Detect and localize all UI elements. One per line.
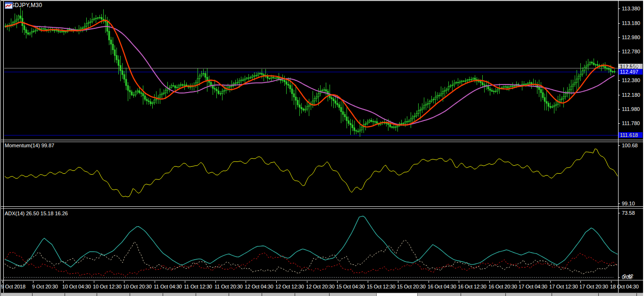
- time-tick-label: 10 Oct 12:30: [93, 284, 122, 289]
- time-tick-label: 12 Oct 20:30: [306, 284, 335, 289]
- tab-separator: [65, 293, 65, 296]
- chart-left-border: [3, 1, 4, 293]
- price-tick-label: 112.780: [622, 49, 640, 54]
- time-tick-label: 10 Oct 04:30: [62, 284, 91, 289]
- time-tick: [215, 281, 216, 283]
- tab-separator: [32, 293, 33, 296]
- price-tick-label: 113.180: [622, 20, 640, 26]
- candles: [5, 8, 615, 137]
- chart-header: USDJPY,M30: [5, 2, 42, 8]
- panel-splitter-momentum[interactable]: [0, 140, 644, 142]
- adx-chart-canvas[interactable]: [0, 209, 618, 280]
- time-tick: [550, 281, 551, 283]
- tab-separator: [130, 293, 130, 296]
- price-tick-label: 112.380: [622, 77, 640, 83]
- time-tick: [33, 281, 33, 283]
- time-tick-label: 12 Oct 12:30: [275, 284, 304, 289]
- price-tick-label: 112.980: [622, 34, 640, 40]
- price-tick-label: 111.780: [622, 120, 640, 126]
- momentum-label: Momentum(14) 99.87: [5, 143, 54, 148]
- time-tick-label: 15 Oct 20:30: [397, 284, 426, 289]
- price-tick-label: 111.980: [622, 106, 640, 112]
- price-chart-canvas[interactable]: [0, 0, 618, 140]
- time-tick: [489, 281, 490, 283]
- time-tick-label: 9 Oct 20:30: [32, 284, 58, 289]
- tab-separator: [329, 293, 330, 296]
- time-tick-label: 15 Oct 12:30: [367, 284, 396, 289]
- time-axis[interactable]: 9 Oct 20189 Oct 20:3010 Oct 04:3010 Oct …: [0, 281, 644, 292]
- chart-window-icon[interactable]: [5, 2, 13, 9]
- time-tick: [276, 281, 277, 283]
- momentum-chart-canvas[interactable]: [0, 142, 618, 206]
- bottom-tab-strip[interactable]: [0, 293, 644, 296]
- time-tick: [459, 281, 459, 283]
- time-tick-label: 15 Oct 04:30: [336, 284, 365, 289]
- tab-separator: [598, 293, 599, 296]
- price-tick-label: 112.580: [622, 63, 640, 69]
- time-tick: [185, 281, 185, 283]
- time-tick-label: 16 Oct 12:30: [458, 284, 487, 289]
- momentum-min-label: 99.10: [622, 201, 635, 206]
- time-tick: [580, 281, 581, 283]
- adx-bottom-border: [0, 280, 644, 280]
- level-price-box: 111.618: [619, 132, 643, 138]
- tab-separator: [461, 293, 461, 296]
- time-tick: [520, 281, 520, 283]
- time-tick: [94, 281, 94, 283]
- axis-separator: [618, 0, 619, 293]
- price-axis[interactable]: 100.68 99.10 73.58 9.42 0.02 112.550 112…: [618, 0, 644, 293]
- tab-separator: [552, 293, 552, 296]
- tab-separator: [505, 293, 506, 296]
- price-tick-label: 113.380: [622, 6, 640, 11]
- panel-splitter-adx[interactable]: [0, 206, 644, 209]
- time-tick-label: 17 Oct 04:30: [519, 284, 547, 289]
- time-tick-label: 17 Oct 20:30: [579, 284, 608, 289]
- bid-price-box: 112.497: [619, 69, 643, 75]
- tab-separator: [196, 293, 196, 296]
- time-tick-label: 16 Oct 04:30: [428, 284, 456, 289]
- tab-separator: [97, 293, 97, 296]
- tab-separator: [636, 293, 637, 296]
- time-tick: [398, 281, 398, 283]
- time-tick-label: 9 Oct 2018: [1, 284, 25, 289]
- time-tick: [246, 281, 246, 283]
- price-tick-label: 112.180: [622, 92, 640, 98]
- window-left-border: [0, 0, 1, 296]
- time-tick-label: 18 Oct 04:30: [610, 284, 639, 289]
- time-tick-label: 12 Oct 04:30: [245, 284, 273, 289]
- time-tick: [124, 281, 124, 283]
- tab-separator: [262, 293, 262, 296]
- mt4-chart-window: USDJPY,M30 Momentum(14) 99.87 ADX(14) 26…: [0, 0, 644, 296]
- time-tick: [429, 281, 429, 283]
- momentum-max-label: 100.68: [622, 143, 638, 148]
- time-tick: [611, 281, 611, 283]
- adx-max-label: 73.58: [622, 210, 635, 216]
- time-tick: [368, 281, 368, 283]
- time-tick-label: 11 Oct 04:30: [154, 284, 182, 289]
- adx-label: ADX(14) 26.50 15.18 16.26: [5, 211, 68, 216]
- window-top-border-inner: [0, 0, 644, 1]
- tab-separator: [229, 293, 229, 296]
- time-tick-label: 16 Oct 20:30: [488, 284, 517, 289]
- time-tick: [2, 281, 3, 283]
- time-tick: [337, 281, 338, 283]
- time-tick-label: 10 Oct 20:30: [123, 284, 152, 289]
- tab-separator: [295, 293, 295, 296]
- time-tick: [63, 281, 64, 283]
- time-tick: [307, 281, 307, 283]
- tab-separator: [163, 293, 163, 296]
- time-tick-label: 17 Oct 12:30: [549, 284, 578, 289]
- active-tab-edge[interactable]: [376, 293, 418, 296]
- time-tick: [155, 281, 155, 283]
- time-tick-label: 11 Oct 20:30: [215, 284, 243, 289]
- adx-min-label: 0.02: [622, 274, 632, 280]
- time-tick-label: 11 Oct 12:30: [184, 284, 212, 289]
